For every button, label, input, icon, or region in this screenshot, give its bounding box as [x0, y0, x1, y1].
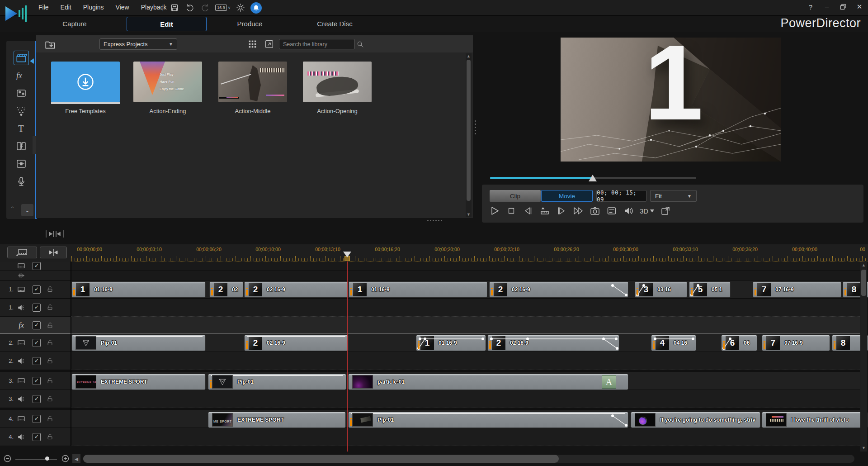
- lock-icon[interactable]: [47, 357, 53, 365]
- library-category-dropdown[interactable]: Express Projects ▼: [99, 38, 177, 50]
- sidebar-scroll-down-button[interactable]: ⌄: [21, 204, 33, 216]
- timeline-clip-01-16-9[interactable]: 101 16-9: [416, 335, 486, 351]
- sidebar-item-media-room[interactable]: [6, 49, 36, 67]
- volume-button[interactable]: [623, 205, 634, 216]
- timeline-vertical-scrollbar[interactable]: ▲ ▼: [860, 262, 867, 452]
- track-enable-checkbox[interactable]: ✓: [33, 377, 41, 385]
- menu-item-plugins[interactable]: Plugins: [77, 0, 110, 11]
- timeline-clip-07-16-9[interactable]: 707 16-9: [762, 335, 830, 351]
- track-enable-checkbox[interactable]: ✓: [33, 433, 41, 441]
- next-frame-button[interactable]: [556, 205, 567, 216]
- tab-produce[interactable]: Produce: [222, 17, 278, 30]
- restore-button[interactable]: [838, 2, 848, 12]
- timeline-clip-02-16-9[interactable]: 202 16-9: [244, 281, 349, 298]
- library-resize-handle[interactable]: [44, 228, 65, 239]
- tab-create-disc[interactable]: Create Disc: [302, 17, 368, 30]
- sidebar-item-pip-objects-room[interactable]: [6, 84, 36, 102]
- lock-icon[interactable]: [47, 415, 53, 423]
- timeline-clip-if-you-re-going-to-do-so[interactable]: If you're going to do something, striv: [631, 412, 760, 428]
- search-icon[interactable]: [357, 41, 364, 48]
- tab-capture[interactable]: Capture: [45, 17, 104, 30]
- track-enable-checkbox[interactable]: ✓: [33, 415, 41, 423]
- track-manager-button[interactable]: [7, 247, 37, 258]
- track-enable-checkbox[interactable]: ✓: [33, 357, 41, 365]
- lock-icon[interactable]: [47, 304, 53, 311]
- preview-seek-handle[interactable]: [589, 175, 597, 181]
- timeline-clip-05-1[interactable]: 505 1: [689, 281, 731, 298]
- detach-library-icon[interactable]: [264, 39, 274, 49]
- track-enable-checkbox[interactable]: ✓: [33, 321, 41, 329]
- lock-icon[interactable]: [47, 433, 53, 441]
- go-to-time-button[interactable]: [539, 205, 550, 216]
- help-button[interactable]: ?: [806, 2, 816, 12]
- timeline-clip-02-16-9[interactable]: 202 16-9: [244, 335, 349, 351]
- snapshot-button[interactable]: [590, 205, 600, 216]
- timeline-clip-04-16[interactable]: 404 16: [651, 335, 696, 351]
- redo-icon[interactable]: [200, 2, 211, 13]
- fast-forward-button[interactable]: [573, 205, 584, 216]
- movie-mode-button[interactable]: Movie: [541, 190, 593, 202]
- zoom-out-icon[interactable]: [4, 455, 11, 462]
- detach-button[interactable]: [660, 205, 671, 216]
- timecode-display[interactable]: 00; 00; 15; 09: [596, 190, 646, 202]
- lock-icon[interactable]: [47, 377, 53, 385]
- zoom-fit-dropdown[interactable]: Fit ▼: [650, 190, 697, 202]
- timeline-clip-02[interactable]: 202: [209, 281, 243, 298]
- sidebar-item-transition-room[interactable]: [6, 137, 36, 155]
- panel-splitter-horizontal[interactable]: [427, 220, 442, 221]
- zoom-in-icon[interactable]: [61, 455, 69, 462]
- sidebar-item-title-room[interactable]: T: [6, 119, 36, 137]
- import-media-icon[interactable]: [44, 38, 56, 50]
- track-enable-checkbox[interactable]: ✓: [33, 304, 41, 312]
- timeline-clip-02-16-9[interactable]: 202 16-9: [487, 335, 619, 351]
- track-enable-checkbox[interactable]: ✓: [33, 339, 41, 347]
- aspect-ratio-selector[interactable]: 16:9∨: [215, 5, 231, 11]
- library-item-action-middle[interactable]: [218, 62, 287, 102]
- preview-quality-button[interactable]: [606, 205, 617, 216]
- sidebar-scroll-up-icon[interactable]: ⌃: [10, 205, 15, 212]
- stop-button[interactable]: [506, 205, 517, 216]
- timeline-clip-extreme-sport[interactable]: EXTREME SPORTEXTREME SPORT: [71, 374, 206, 390]
- scroll-down-icon[interactable]: ▼: [861, 445, 867, 451]
- library-scrollbar[interactable]: ▲ ▼: [466, 53, 472, 217]
- timeline-clip-pip-01[interactable]: Pip-01: [208, 374, 346, 390]
- timeline-clip-pip-01[interactable]: Pip-01: [71, 335, 206, 351]
- undo-icon[interactable]: [184, 2, 195, 13]
- timeline-zoom-handle[interactable]: [45, 456, 49, 461]
- menu-item-file[interactable]: File: [33, 0, 55, 11]
- lock-icon[interactable]: [47, 339, 53, 347]
- timeline-vscroll-thumb[interactable]: [861, 270, 866, 296]
- panel-splitter-vertical[interactable]: [474, 120, 476, 136]
- menu-item-view[interactable]: View: [110, 0, 135, 11]
- timeline-clip-03-16[interactable]: 303 16: [635, 281, 687, 298]
- timeline-zoom-slider[interactable]: [15, 459, 57, 460]
- split-clip-button[interactable]: [40, 247, 67, 258]
- sidebar-item-audio-mixing-room[interactable]: [6, 155, 36, 172]
- library-scrollbar-thumb[interactable]: [467, 60, 471, 201]
- lock-icon[interactable]: [47, 285, 53, 293]
- grid-view-icon[interactable]: [248, 39, 257, 49]
- timeline-clip-06[interactable]: 606: [721, 335, 757, 351]
- lock-icon[interactable]: [47, 395, 53, 403]
- library-item-free-templates[interactable]: [51, 62, 120, 102]
- library-item-action-opening[interactable]: [303, 62, 372, 102]
- track-enable-checkbox[interactable]: ✓: [33, 395, 41, 403]
- scroll-left-button[interactable]: ◀: [72, 454, 80, 463]
- sidebar-item-effect-room[interactable]: fx: [6, 67, 36, 84]
- previous-frame-button[interactable]: [523, 205, 533, 216]
- timeline-clip-01-16-9[interactable]: 101 16-9: [349, 281, 487, 298]
- track-enable-checkbox[interactable]: ✓: [33, 262, 41, 270]
- 3d-mode-button[interactable]: 3D: [640, 207, 654, 215]
- close-button[interactable]: ✕: [854, 2, 864, 12]
- lock-icon[interactable]: [47, 322, 53, 329]
- search-input[interactable]: [282, 41, 357, 48]
- timeline-clip-particle-01[interactable]: particle-01A: [348, 374, 628, 390]
- timeline-ruler[interactable]: 00;00;00;0000;00;03;1000;00;06;2000;00;1…: [71, 244, 868, 262]
- notification-bell-icon[interactable]: [250, 2, 262, 14]
- timeline-clip-01-16-9[interactable]: 101 16-9: [71, 281, 206, 298]
- save-icon[interactable]: [169, 2, 180, 13]
- scroll-up-icon[interactable]: ▲: [466, 53, 472, 59]
- menu-item-edit[interactable]: Edit: [55, 0, 77, 11]
- track-enable-checkbox[interactable]: ✓: [33, 285, 41, 294]
- timeline-clip-02-16-9[interactable]: 202 16-9: [489, 281, 628, 298]
